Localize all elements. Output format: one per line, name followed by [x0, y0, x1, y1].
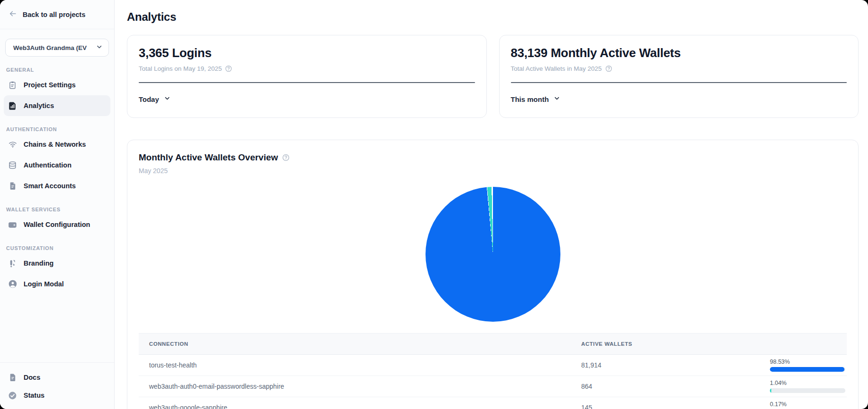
wallets-cell: 864 [571, 383, 760, 390]
wallets-cell: 81,914 [571, 361, 760, 369]
help-icon[interactable] [605, 65, 612, 72]
overview-subtitle: May 2025 [139, 167, 847, 175]
connection-cell: torus-test-health [139, 361, 571, 369]
sidebar-item-wallet-configuration[interactable]: Wallet Configuration [4, 214, 110, 235]
overview-title: Monthly Active Wallets Overview [139, 152, 278, 163]
table-row[interactable]: torus-test-health 81,914 98.53% [139, 355, 847, 376]
section-label-wallet-services: WALLET SERVICES [0, 207, 114, 212]
bar-chart-icon [8, 101, 17, 111]
arrow-left-icon [8, 9, 17, 19]
brush-icon [8, 259, 17, 268]
table-header-row: CONNECTION ACTIVE WALLETS [139, 333, 847, 355]
logins-stat-subtitle: Total Logins on May 19, 2025 [139, 65, 222, 72]
active-wallets-stat-value: 83,139 Monthly Active Wallets [511, 46, 847, 60]
connections-table: CONNECTION ACTIVE WALLETS torus-test-hea… [139, 333, 847, 409]
database-icon [8, 160, 17, 170]
help-icon[interactable] [282, 154, 290, 161]
app-window: Back to all projects Web3Auth Grandma (E… [0, 0, 868, 409]
percent-label: 1.04% [770, 380, 842, 386]
connection-cell: web3auth-auth0-email-passwordless-sapphi… [139, 383, 571, 390]
main-content: Analytics 3,365 Logins Total Logins on M… [115, 0, 868, 409]
sidebar-item-docs[interactable]: Docs [4, 368, 110, 386]
logins-stat-card: 3,365 Logins Total Logins on May 19, 202… [127, 35, 487, 118]
percent-label: 0.17% [770, 401, 842, 408]
sidebar-item-label: Analytics [24, 102, 54, 109]
sidebar-item-smart-accounts[interactable]: Smart Accounts [4, 175, 110, 196]
sidebar-item-label: Docs [24, 374, 40, 381]
wallet-icon [8, 220, 17, 230]
column-header-connection: CONNECTION [139, 341, 571, 347]
sidebar-item-project-settings[interactable]: Project Settings [4, 75, 110, 95]
percent-cell: 0.17% [760, 401, 847, 409]
back-to-projects-link[interactable]: Back to all projects [0, 0, 114, 29]
project-selector-value: Web3Auth Grandma (EV [13, 44, 87, 51]
progress-bar [770, 388, 845, 393]
sidebar-item-login-modal[interactable]: Login Modal [4, 274, 110, 294]
sidebar-item-authentication[interactable]: Authentication [4, 155, 110, 175]
user-circle-icon [8, 279, 17, 289]
wallets-cell: 145 [571, 404, 760, 409]
clipboard-icon [8, 80, 17, 90]
active-wallets-pie-chart[interactable] [426, 187, 560, 322]
progress-bar [770, 367, 845, 372]
sidebar-item-label: Project Settings [24, 81, 75, 89]
sidebar-item-status[interactable]: Status [4, 386, 110, 404]
chevron-down-icon [164, 95, 171, 103]
page-title: Analytics [127, 10, 859, 24]
sidebar-item-chains-networks[interactable]: Chains & Networks [4, 134, 110, 155]
sparkline-baseline [511, 82, 847, 83]
table-row[interactable]: web3auth-auth0-email-passwordless-sapphi… [139, 376, 847, 397]
sidebar-item-label: Smart Accounts [24, 182, 76, 190]
chevron-down-icon [96, 43, 103, 52]
stats-row: 3,365 Logins Total Logins on May 19, 202… [127, 35, 859, 118]
check-circle-icon [8, 391, 17, 401]
table-row[interactable]: web3auth-google-sapphire 145 0.17% [139, 397, 847, 409]
wifi-icon [8, 140, 17, 150]
section-label-customization: CUSTOMIZATION [0, 245, 114, 251]
active-wallets-stat-subtitle: Total Active Wallets in May 2025 [511, 65, 602, 72]
sidebar-item-analytics[interactable]: Analytics [4, 95, 110, 116]
sidebar-item-label: Authentication [24, 161, 72, 169]
help-icon[interactable] [225, 65, 232, 72]
column-header-active-wallets: ACTIVE WALLETS [571, 341, 760, 347]
sidebar-item-label: Status [24, 392, 44, 399]
logins-range-dropdown[interactable]: Today [139, 95, 475, 103]
sidebar-item-label: Branding [24, 259, 54, 267]
active-wallets-range-dropdown[interactable]: This month [511, 95, 847, 103]
sidebar: Back to all projects Web3Auth Grandma (E… [0, 0, 115, 409]
overview-card: Monthly Active Wallets Overview May 2025… [127, 140, 859, 409]
connection-cell: web3auth-google-sapphire [139, 404, 571, 409]
file-icon [8, 181, 17, 191]
active-wallets-range-value: This month [511, 95, 549, 103]
logins-range-value: Today [139, 95, 159, 103]
back-label: Back to all projects [23, 11, 85, 18]
sidebar-item-label: Wallet Configuration [24, 221, 90, 228]
docs-file-icon [8, 373, 17, 383]
percent-cell: 98.53% [760, 359, 847, 372]
sidebar-item-branding[interactable]: Branding [4, 253, 110, 274]
sidebar-item-label: Chains & Networks [24, 141, 86, 148]
sidebar-footer: Docs Status [0, 362, 114, 409]
percent-label: 98.53% [770, 359, 842, 365]
sparkline-baseline [139, 82, 475, 83]
percent-cell: 1.04% [760, 380, 847, 393]
section-label-general: GENERAL [0, 67, 114, 73]
logins-stat-value: 3,365 Logins [139, 46, 475, 60]
sidebar-item-label: Login Modal [24, 280, 64, 288]
active-wallets-stat-card: 83,139 Monthly Active Wallets Total Acti… [499, 35, 859, 118]
project-selector[interactable]: Web3Auth Grandma (EV [5, 39, 109, 57]
chevron-down-icon [553, 95, 560, 103]
section-label-authentication: AUTHENTICATION [0, 126, 114, 132]
